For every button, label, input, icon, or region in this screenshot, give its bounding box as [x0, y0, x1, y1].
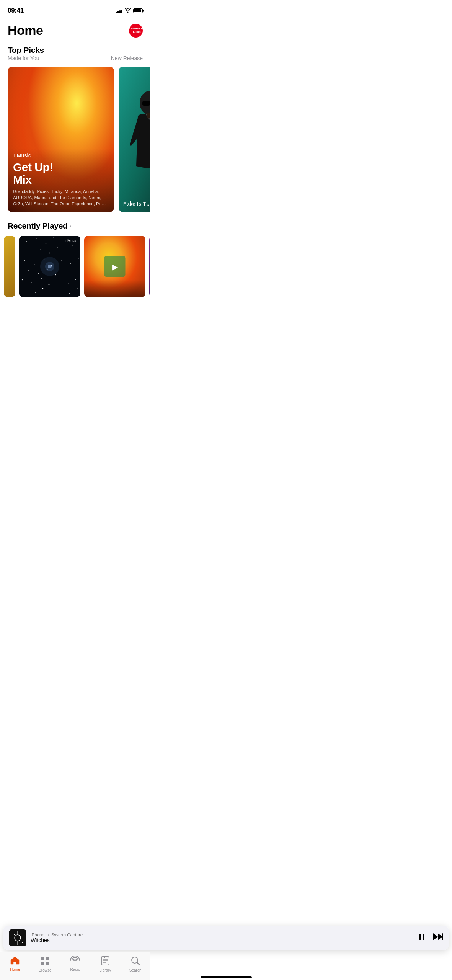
svg-point-17: [57, 247, 58, 248]
svg-point-24: [61, 260, 62, 261]
svg-point-30: [55, 274, 56, 276]
svg-point-43: [52, 294, 53, 294]
avatar-text: GADGET HACKS: [129, 27, 142, 34]
card-title: Get Up! Mix: [13, 161, 109, 186]
svg-point-16: [49, 253, 51, 254]
card-badge-text: Music: [17, 152, 31, 158]
recently-played-section: Recently Played ›: [0, 217, 150, 302]
svg-point-27: [28, 270, 29, 271]
svg-point-20: [24, 260, 25, 261]
svg-point-46: [77, 288, 78, 289]
svg-point-21: [34, 264, 34, 265]
svg-point-31: [64, 271, 64, 271]
recently-played-header[interactable]: Recently Played ›: [0, 220, 150, 232]
svg-point-18: [67, 252, 67, 252]
status-bar: 09:41: [0, 0, 150, 19]
svg-point-40: [26, 289, 26, 290]
top-picks-scroll:  Music Get Up! Mix Grandaddy, Pixies, T…: [0, 62, 150, 217]
wifi-icon: [125, 7, 131, 14]
page-title: Home: [8, 23, 43, 38]
svg-point-38: [68, 283, 68, 284]
status-time: 09:41: [8, 7, 24, 15]
new-release-card[interactable]: Fake Is T…: [119, 67, 150, 212]
signal-icon: [116, 8, 122, 13]
top-picks-header: Top Picks Made for You New Release: [0, 44, 150, 62]
svg-point-32: [73, 274, 74, 274]
svg-point-19: [76, 255, 77, 255]
recent-card-orange[interactable]: ▶: [84, 236, 145, 297]
made-for-you-label: Made for You: [8, 55, 39, 61]
svg-point-39: [75, 279, 76, 280]
battery-icon: [133, 8, 143, 13]
svg-point-36: [49, 284, 50, 286]
svg-point-8: [36, 238, 37, 239]
svg-point-7: [26, 241, 27, 242]
playing-indicator: ▶: [104, 256, 126, 277]
person-svg: [119, 67, 150, 212]
svg-point-41: [35, 292, 36, 293]
avatar[interactable]: GADGET HACKS: [129, 24, 143, 38]
new-release-link[interactable]: New Release: [111, 55, 143, 61]
svg-point-34: [31, 282, 32, 283]
page-header: Home GADGET HACKS: [0, 19, 150, 44]
svg-point-14: [32, 255, 33, 255]
svg-point-9: [46, 243, 46, 244]
recent-card-partial-right[interactable]: [149, 236, 150, 297]
svg-rect-2: [142, 101, 150, 106]
recently-played-title: Recently Played: [8, 221, 68, 230]
orange-card-overlay: [84, 280, 145, 297]
svg-rect-5: [147, 113, 150, 118]
svg-point-13: [23, 251, 23, 252]
apple-logo-icon: : [13, 152, 15, 158]
svg-point-15: [40, 249, 40, 249]
stars-card-badge:  Music: [65, 239, 77, 243]
recent-card-stars[interactable]:  Music: [19, 236, 80, 297]
top-picks-subtitle-row: Made for You New Release: [8, 55, 143, 61]
play-icon: ▶: [112, 262, 118, 271]
svg-point-28: [38, 273, 39, 274]
card-overlay:  Music Get Up! Mix Grandaddy, Pixies, T…: [8, 149, 114, 212]
recently-played-chevron: ›: [69, 222, 71, 229]
apple-music-badge:  Music: [13, 152, 109, 158]
svg-point-45: [69, 293, 70, 294]
svg-point-33: [22, 279, 23, 280]
svg-point-44: [62, 290, 62, 291]
teal-card-bg: [119, 67, 150, 212]
apple-music-badge-text: Music: [67, 239, 77, 243]
svg-point-49: [48, 265, 52, 268]
card-secondary-overlay: Fake Is T…: [119, 197, 150, 212]
card-description: Grandaddy, Pixies, Tricky, Mïrändä, Anne…: [13, 188, 109, 207]
stars-overlay: [19, 236, 80, 297]
svg-point-25: [70, 263, 71, 264]
svg-point-42: [42, 288, 44, 289]
recently-played-scroll:  Music ▶: [0, 232, 150, 301]
svg-point-10: [53, 237, 54, 238]
status-icons: [116, 7, 143, 14]
card-secondary-title: Fake Is T…: [123, 201, 150, 207]
svg-point-12: [72, 245, 73, 246]
recent-card-partial-left[interactable]: [4, 236, 15, 297]
apple-icon-small: : [65, 239, 66, 243]
svg-point-35: [41, 278, 42, 279]
get-up-mix-card[interactable]:  Music Get Up! Mix Grandaddy, Pixies, T…: [8, 67, 114, 212]
svg-point-26: [78, 258, 78, 259]
top-picks-title: Top Picks: [8, 46, 143, 55]
svg-point-37: [58, 281, 59, 281]
